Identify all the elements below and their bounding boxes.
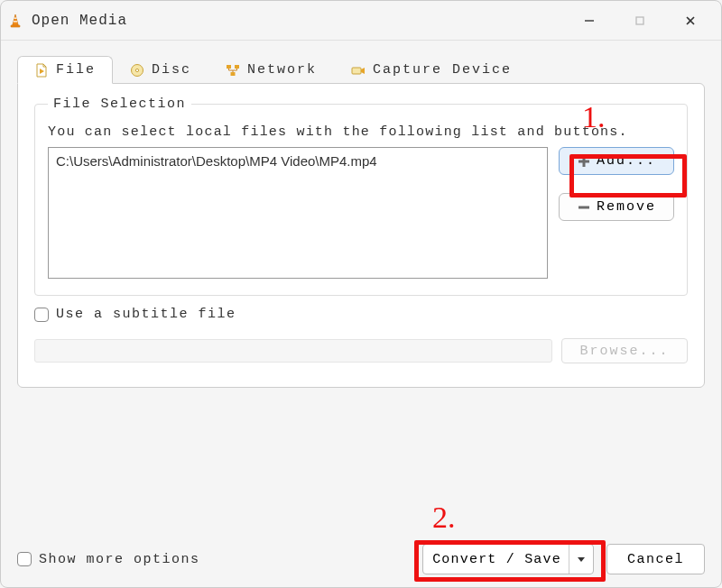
tab-panel-file: File Selection You can select local file… <box>17 83 705 388</box>
svg-rect-1 <box>14 17 17 18</box>
remove-button-label: Remove <box>597 199 656 215</box>
vlc-cone-icon <box>8 14 23 28</box>
svg-rect-14 <box>352 68 361 74</box>
tab-file[interactable]: File <box>17 56 113 84</box>
more-options-checkbox[interactable] <box>17 552 32 566</box>
tab-disc-label: Disc <box>152 62 191 78</box>
window-controls <box>580 12 699 30</box>
add-button[interactable]: Add... <box>559 147 674 175</box>
svg-rect-2 <box>14 21 17 22</box>
convert-save-label: Convert / Save <box>432 552 561 567</box>
file-selection-group: File Selection You can select local file… <box>34 96 688 296</box>
svg-marker-0 <box>13 14 19 26</box>
file-list-item[interactable]: C:\Users\Administrator\Desktop\MP4 Video… <box>56 153 540 169</box>
tab-capture[interactable]: Capture Device <box>334 56 529 84</box>
file-selection-legend: File Selection <box>48 96 191 112</box>
tab-network[interactable]: Network <box>208 56 334 84</box>
tab-network-label: Network <box>247 62 317 78</box>
open-media-window: Open Media File <box>0 0 722 588</box>
tab-file-label: File <box>56 62 96 78</box>
browse-button-label: Browse... <box>579 344 669 359</box>
file-list[interactable]: C:\Users\Administrator\Desktop\MP4 Video… <box>48 147 548 279</box>
convert-save-dropdown[interactable] <box>569 545 593 574</box>
tabstrip: File Disc Network Capture Device <box>17 53 705 84</box>
svg-marker-19 <box>578 557 585 562</box>
svg-rect-13 <box>231 72 236 76</box>
add-button-label: Add... <box>597 153 656 169</box>
capture-icon <box>351 63 366 78</box>
close-button[interactable] <box>681 12 699 30</box>
convert-save-button[interactable]: Convert / Save <box>422 544 594 574</box>
titlebar: Open Media <box>1 1 721 41</box>
file-icon <box>34 63 49 78</box>
plus-icon <box>577 154 591 169</box>
cancel-button[interactable]: Cancel <box>606 544 705 574</box>
network-icon <box>226 63 240 78</box>
file-selection-hint: You can select local files with the foll… <box>48 124 674 140</box>
maximize-button[interactable] <box>631 12 649 30</box>
svg-point-10 <box>135 69 138 71</box>
browse-button: Browse... <box>561 338 688 363</box>
svg-rect-5 <box>636 17 643 24</box>
tab-capture-label: Capture Device <box>373 62 512 78</box>
chevron-down-icon <box>577 555 586 564</box>
svg-rect-12 <box>235 65 239 69</box>
subtitle-checkbox-row[interactable]: Use a subtitle file <box>34 307 688 322</box>
more-options-label: Show more options <box>39 552 200 567</box>
minimize-button[interactable] <box>580 12 598 30</box>
footer-row: Show more options Convert / Save Cancel <box>17 544 705 574</box>
cancel-button-label: Cancel <box>627 552 684 567</box>
subtitle-checkbox-label: Use a subtitle file <box>56 307 236 322</box>
tab-disc[interactable]: Disc <box>113 56 208 84</box>
svg-marker-15 <box>361 68 365 74</box>
svg-rect-3 <box>11 25 20 27</box>
content-area: File Disc Network Capture Device <box>1 41 721 587</box>
minus-icon <box>577 200 591 215</box>
subtitle-checkbox[interactable] <box>34 308 49 322</box>
svg-rect-11 <box>227 65 231 69</box>
window-title: Open Media <box>32 13 127 29</box>
disc-icon <box>130 63 144 78</box>
remove-button[interactable]: Remove <box>559 193 674 221</box>
subtitle-path-input <box>34 339 552 363</box>
